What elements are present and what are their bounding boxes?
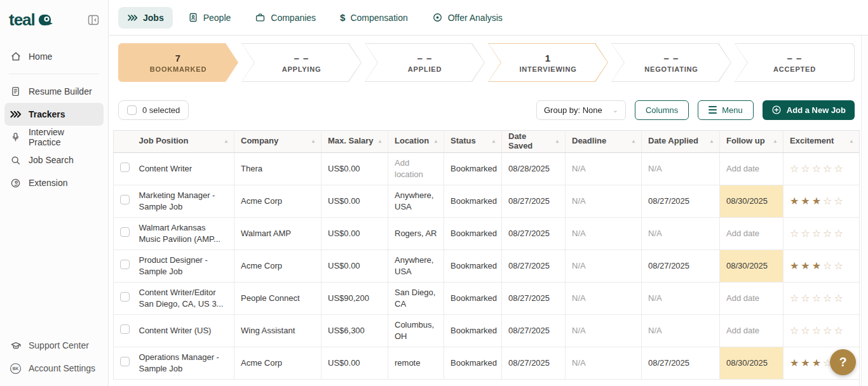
sidebar-item-trackers[interactable]: Trackers (4, 103, 104, 126)
select-all-checkbox[interactable] (127, 105, 137, 115)
star-filled-icon[interactable]: ★ (801, 260, 811, 271)
sidebar-item-home[interactable]: Home (4, 45, 104, 68)
star-filled-icon[interactable]: ★ (790, 357, 801, 368)
excitement-cell[interactable]: ★★★☆☆ (783, 185, 860, 217)
star-empty-icon[interactable]: ☆ (790, 325, 801, 336)
table-row[interactable]: Walmart Arkansas Music Pavilion (AMP... … (114, 217, 860, 250)
follow-up-cell[interactable]: Add date (720, 282, 783, 314)
location-cell[interactable]: remote (388, 347, 444, 379)
stage-bookmarked[interactable]: 7 BOOKMARKED (118, 43, 238, 82)
row-checkbox[interactable] (120, 357, 130, 366)
excitement-stars[interactable]: ★★★☆☆ (790, 196, 845, 206)
table-row[interactable]: Content Writer Thera US$0.00 Add locatio… (114, 152, 860, 185)
max-salary-cell[interactable]: US$0.00 (322, 250, 388, 282)
deadline-cell[interactable]: N/A (566, 250, 642, 282)
table-row[interactable]: Content Writer/Editor San Diego, CA, US … (114, 282, 860, 314)
star-empty-icon[interactable]: ☆ (834, 260, 844, 271)
sidebar-item-interview-practice[interactable]: Interview Practice (4, 126, 104, 149)
sort-icon[interactable]: ▲ (773, 138, 778, 144)
sidebar-item-support-center[interactable]: Support Center (4, 334, 104, 357)
star-filled-icon[interactable]: ★ (801, 196, 811, 206)
column-header-deadline[interactable]: Deadline▲ (566, 131, 642, 153)
sidebar-item-account-settings[interactable]: BK Account Settings (4, 357, 104, 380)
star-filled-icon[interactable]: ★ (812, 196, 823, 206)
date-saved-cell[interactable]: 08/27/2025 (502, 282, 566, 314)
star-empty-icon[interactable]: ☆ (790, 163, 801, 174)
column-header-date-applied[interactable]: Date Applied▲ (642, 131, 720, 153)
deadline-cell[interactable]: N/A (566, 185, 642, 217)
excitement-stars[interactable]: ☆☆☆☆☆ (790, 228, 845, 239)
star-empty-icon[interactable]: ☆ (823, 325, 834, 336)
location-cell[interactable]: San Diego, CA (388, 282, 444, 314)
max-salary-cell[interactable]: US$90,200 (322, 282, 388, 314)
status-cell[interactable]: Bookmarked (444, 152, 502, 185)
job-position-cell[interactable]: Content Writer (US) (133, 314, 234, 347)
stage-accepted[interactable]: – – ACCEPTED (735, 43, 855, 82)
tab-offer-analysis[interactable]: Offer Analysis (423, 6, 512, 29)
help-button[interactable]: ? (830, 349, 856, 375)
selected-count-pill[interactable]: 0 selected (118, 100, 189, 120)
company-cell[interactable]: Wing Assistant (234, 314, 322, 347)
stage-applying[interactable]: – – APPLYING (241, 43, 362, 82)
max-salary-cell[interactable]: US$0.00 (322, 217, 388, 250)
excitement-cell[interactable]: ☆☆☆☆☆ (783, 217, 860, 250)
location-cell[interactable]: Rogers, AR (388, 217, 444, 250)
stage-negotiating[interactable]: – – NEGOTIATING (611, 43, 731, 82)
star-empty-icon[interactable]: ☆ (823, 293, 834, 303)
sort-icon[interactable]: ▲ (849, 138, 854, 144)
deadline-cell[interactable]: N/A (566, 347, 642, 379)
menu-button[interactable]: Menu (698, 100, 754, 120)
follow-up-cell[interactable]: 08/30/2025 (720, 250, 783, 282)
row-checkbox[interactable] (120, 195, 130, 204)
job-position-cell[interactable]: Content Writer (133, 152, 234, 185)
star-empty-icon[interactable]: ☆ (812, 325, 823, 336)
status-cell[interactable]: Bookmarked (444, 185, 502, 217)
star-empty-icon[interactable]: ☆ (801, 228, 811, 239)
company-cell[interactable]: Acme Corp (234, 250, 322, 282)
follow-up-cell[interactable]: 08/30/2025 (720, 347, 783, 379)
star-filled-icon[interactable]: ★ (812, 260, 823, 271)
group-by-dropdown[interactable]: Group by: None ⌄ (536, 100, 626, 120)
excitement-cell[interactable]: ☆☆☆☆☆ (783, 314, 860, 347)
star-empty-icon[interactable]: ☆ (823, 163, 834, 174)
row-checkbox[interactable] (120, 227, 130, 237)
tab-companies[interactable]: Companies (246, 6, 325, 29)
sort-icon[interactable]: ▲ (433, 138, 438, 144)
star-empty-icon[interactable]: ☆ (801, 163, 811, 174)
status-cell[interactable]: Bookmarked (444, 217, 502, 250)
date-saved-cell[interactable]: 08/28/2025 (502, 152, 566, 185)
sidebar-item-extension[interactable]: Extension (4, 171, 104, 194)
date-saved-cell[interactable]: 08/27/2025 (502, 314, 566, 347)
date-applied-cell[interactable]: 08/27/2025 (642, 250, 720, 282)
star-empty-icon[interactable]: ☆ (834, 293, 844, 303)
row-checkbox[interactable] (120, 260, 130, 269)
sidebar-item-job-search[interactable]: Job Search (4, 149, 104, 171)
stage-interviewing[interactable]: 1 INTERVIEWING (488, 43, 608, 82)
excitement-cell[interactable]: ☆☆☆☆☆ (783, 282, 860, 314)
deadline-cell[interactable]: N/A (566, 217, 642, 250)
deadline-cell[interactable]: N/A (566, 282, 642, 314)
column-header-company[interactable]: Company▲ (234, 131, 322, 153)
follow-up-cell[interactable]: Add date (720, 152, 783, 185)
columns-button[interactable]: Columns (635, 100, 689, 120)
star-empty-icon[interactable]: ☆ (834, 163, 844, 174)
sort-icon[interactable]: ▲ (709, 138, 714, 144)
sidebar-collapse-icon[interactable] (88, 15, 99, 25)
star-filled-icon[interactable]: ★ (790, 196, 801, 206)
star-empty-icon[interactable]: ☆ (834, 325, 844, 336)
table-row[interactable]: Product Designer - Sample Job Acme Corp … (114, 250, 860, 282)
column-header-max-salary[interactable]: Max. Salary▲ (322, 131, 388, 153)
star-empty-icon[interactable]: ☆ (812, 293, 823, 303)
star-empty-icon[interactable]: ☆ (812, 163, 823, 174)
star-empty-icon[interactable]: ☆ (812, 228, 823, 239)
sort-icon[interactable]: ▲ (631, 138, 636, 144)
star-filled-icon[interactable]: ★ (801, 357, 811, 368)
date-applied-cell[interactable]: 08/27/2025 (642, 185, 720, 217)
star-empty-icon[interactable]: ☆ (823, 260, 834, 271)
star-empty-icon[interactable]: ☆ (823, 228, 834, 239)
table-row[interactable]: Marketing Manager - Sample Job Acme Corp… (114, 185, 860, 217)
row-checkbox[interactable] (120, 292, 130, 302)
job-position-cell[interactable]: Content Writer/Editor San Diego, CA, US … (133, 282, 234, 314)
follow-up-cell[interactable]: Add date (720, 217, 783, 250)
company-cell[interactable]: Acme Corp (234, 347, 322, 379)
